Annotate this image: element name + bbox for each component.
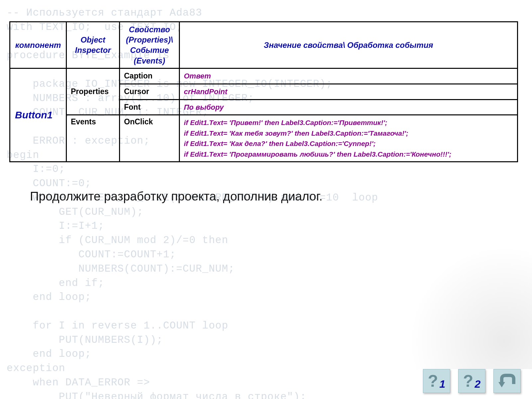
prop-cursor-name: Cursor	[120, 84, 180, 99]
help-button-2[interactable]: ? 2	[458, 369, 485, 393]
question-icon: ?	[463, 371, 473, 391]
prop-font-value: По выбору	[180, 99, 518, 115]
table-row: Events OnClick if Edit1.Text= 'Привет!' …	[10, 115, 518, 162]
footer-nav: ? 1 ? 2	[423, 369, 521, 393]
help-number-2: 2	[474, 378, 480, 390]
u-turn-icon	[498, 373, 516, 389]
task-text: Продолжите разработку проекта, дополнив …	[30, 190, 323, 203]
help-button-1[interactable]: ? 1	[423, 369, 450, 393]
corner-shadow	[392, 229, 532, 369]
component-cell: Button1	[10, 68, 66, 162]
section-properties: Properties	[66, 68, 120, 115]
header-prop-event: Свойство (Properties)\ Событие (Events)	[120, 22, 180, 68]
prop-cursor-value: crHandPoint	[180, 84, 518, 99]
table-row: Button1 Properties Caption Ответ	[10, 68, 518, 84]
prop-caption-name: Caption	[120, 68, 180, 84]
header-inspector: Object Inspector	[66, 22, 120, 68]
event-onclick-code: if Edit1.Text= 'Привет!' then Label3.Cap…	[180, 115, 518, 162]
table-header-row: компонент Object Inspector Свойство (Pro…	[10, 22, 518, 68]
code-line: if Edit1.Text= 'Как тебя зовут?' then La…	[184, 128, 513, 139]
event-onclick-name: OnClick	[120, 115, 180, 162]
properties-table: компонент Object Inspector Свойство (Pro…	[9, 21, 518, 162]
back-button[interactable]	[493, 369, 521, 393]
code-line: if Edit1.Text= 'Как дела?' then Label3.C…	[184, 138, 513, 149]
header-value: Значение свойства\ Обработка события	[180, 22, 518, 68]
section-events: Events	[66, 115, 120, 162]
help-number-1: 1	[439, 378, 445, 390]
code-line: if Edit1.Text= 'Программировать любишь?'…	[184, 149, 513, 160]
properties-table-wrap: компонент Object Inspector Свойство (Pro…	[9, 21, 518, 162]
prop-caption-value: Ответ	[180, 68, 518, 84]
header-component: компонент	[10, 22, 66, 68]
question-icon: ?	[428, 371, 438, 391]
code-line: if Edit1.Text= 'Привет!' then Label3.Cap…	[184, 117, 513, 128]
prop-font-name: Font	[120, 99, 180, 115]
